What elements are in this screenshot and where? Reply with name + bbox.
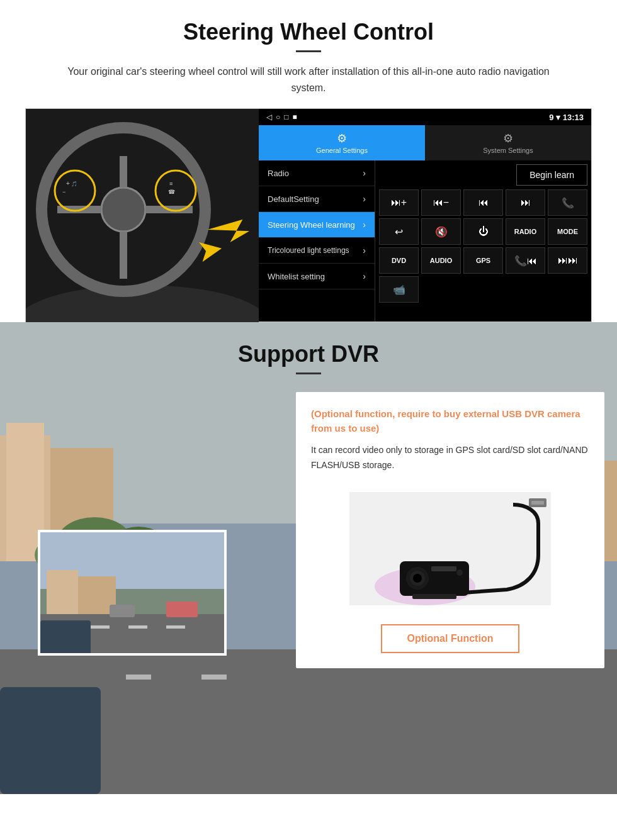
time-display: 13:13 xyxy=(563,113,584,122)
android-panel: ◁ ○ □ ■ 9 ▾ 13:13 ⚙ General Settings ⚙ xyxy=(259,109,591,322)
svg-point-52 xyxy=(413,574,422,583)
phone-button[interactable]: 📞 xyxy=(548,189,587,216)
home-icon: ○ xyxy=(276,113,280,121)
svg-rect-48 xyxy=(531,501,544,505)
svg-text:≡: ≡ xyxy=(169,181,173,187)
menu-whitelist-label: Whitelist setting xyxy=(268,272,325,281)
menu-steering-label: Steering Wheel learning xyxy=(268,220,355,230)
steering-ui-screenshot: + − 🎵 ≡ ☎ ➤ ◁ ○ □ ■ xyxy=(25,108,592,322)
menu-item-steering-wheel-learning[interactable]: Steering Wheel learning › xyxy=(259,212,375,238)
back-icon: ◁ xyxy=(266,113,272,121)
svg-rect-53 xyxy=(431,566,456,571)
chevron-icon-tricoloured: › xyxy=(363,245,366,255)
radio-button[interactable]: RADIO xyxy=(506,218,545,245)
menu-item-radio[interactable]: Radio › xyxy=(259,160,375,186)
tab-system-label: System Settings xyxy=(483,147,533,154)
android-content: Radio › DefaultSetting › Steering Wheel … xyxy=(259,160,591,322)
steering-title: Steering Wheel Control xyxy=(25,19,592,45)
svg-rect-39 xyxy=(91,625,110,629)
chevron-icon-default: › xyxy=(363,194,366,204)
general-settings-icon: ⚙ xyxy=(337,132,347,145)
svg-text:−: − xyxy=(62,189,65,195)
dvr-body: (Optional function, require to buy exter… xyxy=(0,386,617,693)
phone-prev-button[interactable]: 📞⏮ xyxy=(506,247,545,274)
audio-button[interactable]: AUDIO xyxy=(421,247,461,274)
statusbar-right: 9 ▾ 13:13 xyxy=(549,113,584,122)
dvd-button[interactable]: DVD xyxy=(379,247,419,274)
chevron-icon-whitelist: › xyxy=(363,271,366,281)
steering-section: Steering Wheel Control Your original car… xyxy=(0,0,617,322)
dvr-thumbnail-svg xyxy=(40,532,227,656)
svg-text:+: + xyxy=(66,180,70,187)
steering-description: Your original car's steering wheel contr… xyxy=(50,64,567,96)
power-button[interactable]: ⏻ xyxy=(463,218,503,245)
dvr-info-box: (Optional function, require to buy exter… xyxy=(296,392,604,668)
mode-button[interactable]: MODE xyxy=(548,218,587,245)
android-statusbar: ◁ ○ □ ■ 9 ▾ 13:13 xyxy=(259,109,591,125)
next-track-button[interactable]: ⏭ xyxy=(506,189,545,216)
dvr-camera-svg xyxy=(349,492,551,605)
svg-text:☎: ☎ xyxy=(168,189,175,195)
dvr-title: Support DVR xyxy=(0,341,617,367)
dvr-optional-text: (Optional function, require to buy exter… xyxy=(311,407,589,435)
recents-icon: □ xyxy=(284,113,288,121)
steering-photo-inner: + − 🎵 ≡ ☎ ➤ xyxy=(26,109,259,323)
svg-text:🎵: 🎵 xyxy=(71,181,77,187)
vol-up-button[interactable]: ⏭+ xyxy=(379,189,419,216)
menu-icon: ■ xyxy=(293,113,297,121)
dvr-left-panel xyxy=(13,530,283,668)
dvr-section: Support DVR xyxy=(0,322,617,794)
tab-general-label: General Settings xyxy=(316,147,368,154)
chevron-icon-radio: › xyxy=(363,168,366,178)
button-grid: ⏭+ ⏮− ⏮ ⏭ 📞 ↩ 🔇 ⏻ RADIO MODE DVD AUDIO xyxy=(379,189,587,303)
title-divider xyxy=(296,50,321,52)
menu-item-defaultsetting[interactable]: DefaultSetting › xyxy=(259,186,375,212)
menu-list: Radio › DefaultSetting › Steering Wheel … xyxy=(259,160,375,322)
svg-rect-40 xyxy=(128,625,147,629)
optional-function-button[interactable]: Optional Function xyxy=(381,624,520,653)
signal-icon: 9 ▾ xyxy=(549,113,562,122)
svg-rect-43 xyxy=(166,602,198,617)
dvr-right-panel: (Optional function, require to buy exter… xyxy=(296,392,604,668)
dvr-description: It can record video only to storage in G… xyxy=(311,443,589,473)
svg-rect-36 xyxy=(47,570,78,620)
dvr-icon-button[interactable]: 📹 xyxy=(379,276,419,303)
svg-rect-41 xyxy=(166,625,185,629)
menu-item-whitelist[interactable]: Whitelist setting › xyxy=(259,264,375,289)
svg-rect-31 xyxy=(0,687,101,794)
dvr-divider xyxy=(296,372,321,374)
svg-rect-42 xyxy=(110,605,135,617)
menu-defaultsetting-label: DefaultSetting xyxy=(268,194,319,204)
steering-photo: + − 🎵 ≡ ☎ ➤ xyxy=(26,109,259,323)
tab-general-settings[interactable]: ⚙ General Settings xyxy=(259,125,425,160)
back-call-button[interactable]: ↩ xyxy=(379,218,419,245)
dvr-thumbnail xyxy=(38,530,227,656)
menu-radio-label: Radio xyxy=(268,169,289,178)
menu-tricoloured-label: Tricoloured light settings xyxy=(268,246,349,255)
svg-point-54 xyxy=(456,569,463,576)
tab-system-settings[interactable]: ⚙ System Settings xyxy=(425,125,591,160)
prev-track-button[interactable]: ⏮ xyxy=(463,189,503,216)
svg-rect-55 xyxy=(412,594,456,599)
svg-rect-44 xyxy=(40,620,91,656)
begin-learn-button[interactable]: Begin learn xyxy=(516,164,587,186)
statusbar-left: ◁ ○ □ ■ xyxy=(266,113,297,121)
dvr-header: Support DVR xyxy=(0,322,617,386)
android-tabs: ⚙ General Settings ⚙ System Settings xyxy=(259,125,591,160)
chevron-icon-steering: › xyxy=(363,220,366,230)
svg-point-3 xyxy=(101,188,145,232)
menu-item-tricoloured[interactable]: Tricoloured light settings › xyxy=(259,238,375,264)
steering-wheel-svg: + − 🎵 ≡ ☎ ➤ xyxy=(26,109,259,323)
system-settings-icon: ⚙ xyxy=(503,132,513,145)
gps-button[interactable]: GPS xyxy=(463,247,503,274)
control-grid: Begin learn ⏭+ ⏮− ⏮ ⏭ 📞 ↩ 🔇 ⏻ RADIO xyxy=(375,160,591,322)
begin-learn-row: Begin learn xyxy=(379,164,587,186)
vol-down-button[interactable]: ⏮− xyxy=(421,189,461,216)
dvr-camera-area xyxy=(311,486,589,612)
phone-next-button[interactable]: ⏭⏭ xyxy=(548,247,587,274)
mute-button[interactable]: 🔇 xyxy=(421,218,461,245)
